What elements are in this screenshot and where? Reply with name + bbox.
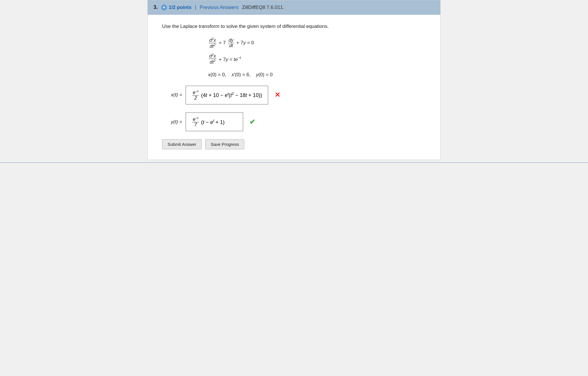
- equation-2: d2x dt2 + 7y = te−t: [208, 53, 430, 65]
- question-body: Use the Laplace transform to solve the g…: [148, 15, 440, 160]
- points-text: 1/2 points: [169, 5, 191, 10]
- submit-answer-button[interactable]: Submit Answer: [162, 139, 202, 149]
- question-container: 3. + 1/2 points | Previous Answers ZillD…: [147, 0, 441, 160]
- xt-formula: (4t + 10 − et(t2 − 18t + 10)): [201, 91, 262, 98]
- yt-fraction: e−t 7: [192, 116, 199, 127]
- fraction-d2x-dt2-eq2: d2x dt2: [209, 53, 216, 65]
- xt-label: x(t) =: [162, 92, 182, 98]
- xt-fraction: e−t 2: [192, 89, 199, 101]
- correct-icon: ✔: [249, 118, 255, 126]
- points-badge: + 1/2 points: [161, 5, 191, 10]
- save-progress-button[interactable]: Save Progress: [205, 139, 244, 149]
- yt-answer-row: y(t) = e−t 7 (t − et + 1) ✔: [162, 112, 430, 131]
- yt-label: y(t) =: [162, 119, 182, 125]
- plus-icon: +: [161, 5, 167, 10]
- fraction-d2x-dt2-eq1: d2x dt2: [209, 37, 216, 49]
- buttons-row: Submit Answer Save Progress: [162, 139, 430, 152]
- yt-formula: (t − et + 1): [201, 119, 225, 125]
- initial-conditions: x(0) = 0, x′(0) = 6, y(0) = 0: [208, 72, 430, 78]
- bottom-rule: [0, 162, 588, 163]
- xt-answer-row: x(t) = e−t 2 (4t + 10 − et(t2 − 18t + 10…: [162, 86, 430, 104]
- question-number: 3.: [153, 4, 158, 10]
- yt-answer-box[interactable]: e−t 7 (t − et + 1): [186, 112, 243, 131]
- wrong-icon: ✕: [274, 91, 280, 99]
- equations-block: d2x dt2 + 7 dy dt + 7y = 0 d2x dt2 + 7y …: [208, 37, 430, 65]
- xt-answer-box[interactable]: e−t 2 (4t + 10 − et(t2 − 18t + 10)): [186, 86, 268, 104]
- separator: |: [195, 5, 196, 10]
- fraction-dy-dt: dy dt: [228, 38, 234, 48]
- problem-ref: ZillDiffEQ8 7.6.011.: [242, 5, 284, 10]
- equation-1: d2x dt2 + 7 dy dt + 7y = 0: [208, 37, 430, 49]
- question-header: 3. + 1/2 points | Previous Answers ZillD…: [148, 0, 440, 15]
- previous-answers-link[interactable]: Previous Answers: [200, 5, 239, 10]
- problem-statement: Use the Laplace transform to solve the g…: [162, 23, 430, 30]
